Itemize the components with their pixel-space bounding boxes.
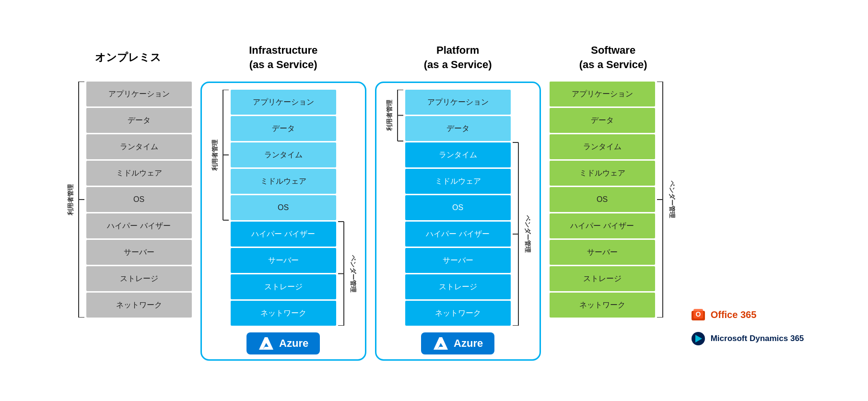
- svg-text:ベンダー管理: ベンダー管理: [524, 215, 531, 253]
- cell-paas-6: サーバー: [405, 248, 511, 273]
- cell-onpremise-2: ランタイム: [86, 134, 192, 159]
- cell-iaas-0: アプリケーション: [231, 90, 336, 115]
- cell-onpremise-8: ネットワーク: [86, 293, 192, 318]
- cell-saas-3: ミドルウェア: [550, 161, 655, 186]
- cell-saas-7: ストレージ: [550, 266, 655, 291]
- cell-iaas-7: ストレージ: [231, 274, 336, 299]
- cell-onpremise-3: ミドルウェア: [86, 161, 192, 186]
- cell-paas-3: ミドルウェア: [405, 169, 511, 194]
- logos-area: O Office 365 Microsoft Dynamics 365: [686, 307, 804, 361]
- svg-text:ベンダー管理: ベンダー管理: [349, 255, 356, 293]
- dynamics-icon: [691, 331, 706, 346]
- dynamics365-logo: Microsoft Dynamics 365: [691, 331, 804, 346]
- cell-onpremise-5: ハイパー バイザー: [86, 213, 192, 238]
- cell-onpremise-0: アプリケーション: [86, 82, 192, 106]
- column-title-onpremise: オンプレミス: [95, 40, 161, 75]
- cell-saas-5: ハイパー バイザー: [550, 213, 655, 238]
- cell-iaas-1: データ: [231, 116, 336, 141]
- office365-icon: O: [691, 307, 706, 322]
- cell-iaas-5: ハイパー バイザー: [231, 222, 336, 247]
- cell-iaas-6: サーバー: [231, 248, 336, 273]
- box-paas: 利用者管理アプリケーションデータランタイムミドルウェアOSハイパー バイザーサー…: [375, 82, 541, 361]
- column-paas: Platform(as a Service)利用者管理アプリケーションデータラン…: [375, 40, 541, 361]
- box-iaas: 利用者管理アプリケーションデータランタイムミドルウェアOSハイパー バイザーサー…: [200, 82, 366, 361]
- cell-saas-8: ネットワーク: [550, 293, 655, 318]
- cell-paas-2: ランタイム: [405, 142, 511, 167]
- column-title-saas: Software(as a Service): [579, 40, 647, 75]
- cell-iaas-3: ミドルウェア: [231, 169, 336, 194]
- cell-onpremise-6: サーバー: [86, 240, 192, 265]
- cell-saas-4: OS: [550, 187, 655, 212]
- office365-logo: O Office 365: [691, 307, 757, 322]
- column-onpremise: オンプレミス利用者管理アプリケーションデータランタイムミドルウェアOSハイパー …: [64, 40, 192, 318]
- cell-iaas-2: ランタイム: [231, 142, 336, 167]
- cell-paas-1: データ: [405, 116, 511, 141]
- cell-onpremise-1: データ: [86, 108, 192, 133]
- cell-paas-7: ストレージ: [405, 274, 511, 299]
- svg-text:利用者管理: 利用者管理: [67, 184, 74, 216]
- cell-iaas-8: ネットワーク: [231, 301, 336, 326]
- cell-paas-8: ネットワーク: [405, 301, 511, 326]
- cell-onpremise-7: ストレージ: [86, 266, 192, 291]
- svg-text:O: O: [695, 310, 701, 318]
- dynamics365-label: Microsoft Dynamics 365: [711, 334, 804, 343]
- cell-saas-1: データ: [550, 108, 655, 133]
- cell-iaas-4: OS: [231, 195, 336, 220]
- azure-label: Azure: [279, 337, 308, 350]
- main-container: オンプレミス利用者管理アプリケーションデータランタイムミドルウェアOSハイパー …: [0, 31, 868, 370]
- svg-text:利用者管理: 利用者管理: [386, 99, 393, 131]
- office365-label: Office 365: [711, 309, 757, 320]
- svg-marker-26: [434, 337, 448, 350]
- column-iaas: Infrastructure(as a Service)利用者管理アプリケーショ…: [200, 40, 366, 361]
- column-title-paas: Platform(as a Service): [424, 40, 492, 75]
- azure-badge-iaas: Azure: [246, 332, 320, 354]
- cell-saas-0: アプリケーション: [550, 82, 655, 106]
- cell-paas-4: OS: [405, 195, 511, 220]
- azure-icon: [433, 336, 449, 351]
- svg-text:利用者管理: 利用者管理: [211, 139, 218, 171]
- svg-text:ベンダー管理: ベンダー管理: [668, 180, 675, 219]
- cell-paas-0: アプリケーション: [405, 90, 511, 115]
- azure-icon: [258, 336, 274, 351]
- azure-label: Azure: [454, 337, 483, 350]
- cell-onpremise-4: OS: [86, 187, 192, 212]
- column-title-iaas: Infrastructure(as a Service): [249, 40, 317, 75]
- cell-saas-2: ランタイム: [550, 134, 655, 159]
- svg-marker-15: [259, 337, 273, 350]
- column-saas: Software(as a Service)アプリケーションデータランタイムミド…: [550, 40, 677, 318]
- cell-paas-5: ハイパー バイザー: [405, 222, 511, 247]
- cell-saas-6: サーバー: [550, 240, 655, 265]
- azure-badge-paas: Azure: [421, 332, 494, 354]
